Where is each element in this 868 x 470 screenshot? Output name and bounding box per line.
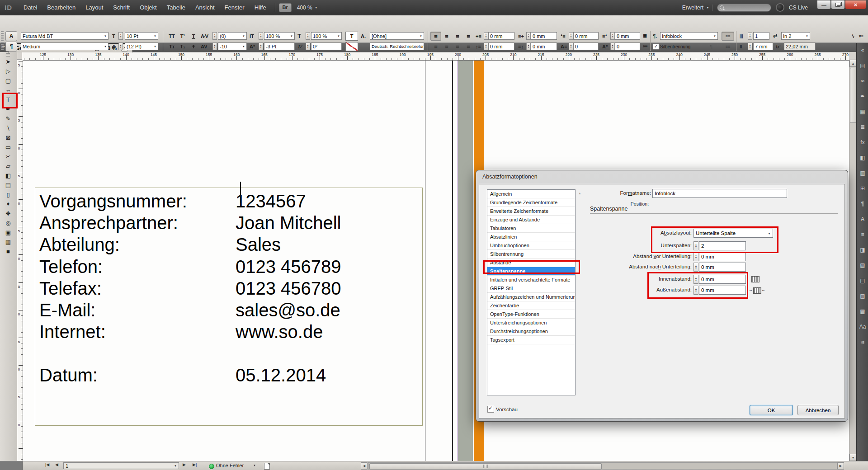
zoom-level-select[interactable]: 400 %▼ — [297, 5, 318, 11]
stepper-icon[interactable] — [306, 42, 310, 50]
bullet-list-icon[interactable]: ≣ — [643, 32, 647, 40]
span-select[interactable]: In 2 — [781, 32, 810, 40]
format-name-field[interactable]: Infoblock — [652, 189, 787, 198]
menu-item[interactable]: Hilfe — [250, 0, 271, 15]
justify-last-left-button[interactable]: ≡ — [430, 42, 441, 51]
stepper-icon[interactable] — [748, 42, 752, 50]
chevron-down-icon[interactable]: ▼ — [253, 464, 256, 467]
panel-icon[interactable]: ◧ — [857, 153, 868, 163]
tool-button[interactable]: ▦ — [0, 237, 16, 247]
menu-item[interactable]: Schrift — [108, 0, 135, 15]
tool-button[interactable]: ◎ — [0, 218, 16, 228]
dropcap-chars-field[interactable]: 0 — [615, 42, 640, 50]
panel-icon[interactable]: ≋ — [857, 337, 868, 347]
panel-icon[interactable]: ▤ — [857, 61, 868, 70]
tool-button[interactable]: ⊠ — [0, 133, 16, 142]
panel-icon[interactable]: ⊞ — [857, 183, 868, 193]
scroll-right-icon[interactable]: ▶ — [837, 462, 844, 470]
panel-icon[interactable]: ≡ — [857, 230, 868, 240]
scroll-left-icon[interactable]: ◀ — [361, 462, 368, 470]
panel-icon[interactable]: ∞ — [857, 76, 868, 86]
bridge-button[interactable]: Br — [279, 3, 292, 12]
stepper-icon[interactable] — [259, 42, 263, 50]
panel-icon[interactable]: ▨ — [857, 291, 868, 301]
scroll-down-icon[interactable]: ▼ — [849, 454, 857, 461]
justify-last-right-button[interactable]: ≡ — [452, 42, 463, 51]
paragraph-style-select[interactable]: Infoblock — [660, 32, 718, 40]
tool-button[interactable]: ◧ — [0, 171, 16, 180]
all-caps-button[interactable]: TT — [166, 32, 177, 41]
preflight-status-label[interactable]: Ohne Fehler — [216, 463, 244, 468]
scrollbar-thumb[interactable] — [369, 463, 602, 470]
language-select[interactable]: Deutsch: Rechtschreibrefor — [370, 42, 424, 50]
dialog-section-item[interactable]: Unterstreichungsoptionen — [487, 319, 575, 327]
subscript-button[interactable]: T₁ — [177, 42, 188, 51]
dialog-section-item[interactable]: Grundlegende Zeichenformate — [487, 198, 575, 207]
character-style-select[interactable]: [Ohne] — [370, 32, 424, 40]
tool-button[interactable]: ✦ — [0, 199, 16, 209]
stepper-icon[interactable] — [484, 42, 488, 50]
horizontal-ruler[interactable]: 1251301351401451501551601651701751801851… — [22, 52, 849, 61]
panel-icon[interactable]: Aa — [857, 322, 868, 332]
stepper-icon[interactable] — [118, 32, 123, 40]
panel-grip[interactable] — [1, 31, 4, 51]
dialog-title[interactable]: Absatzformatoptionen — [476, 170, 848, 184]
dialog-section-item[interactable]: Durchstreichungsoptionen — [487, 327, 575, 336]
page-number-select[interactable]: 1 — [63, 462, 179, 469]
panel-icon[interactable]: fx — [857, 137, 868, 147]
previous-page-button[interactable]: ◀ — [55, 462, 58, 467]
tool-button[interactable]: ▯ — [0, 190, 16, 199]
preview-checkbox[interactable] — [487, 406, 494, 413]
stepper-icon[interactable] — [693, 252, 698, 261]
stepper-icon[interactable] — [748, 32, 752, 40]
paragraph-formatting-button[interactable]: ¶ — [5, 42, 17, 52]
stepper-icon[interactable] — [212, 32, 217, 40]
font-style-select[interactable]: Medium — [21, 42, 108, 50]
stepper-icon[interactable] — [569, 32, 573, 40]
tool-button[interactable]: ▤ — [0, 180, 16, 190]
stepper-icon[interactable] — [484, 32, 488, 40]
tool-button[interactable]: ➤ — [0, 57, 16, 66]
panel-icon[interactable]: ▦ — [857, 107, 868, 117]
dialog-section-item[interactable]: OpenType-Funktionen — [487, 310, 575, 319]
panel-icon[interactable]: « — [857, 45, 868, 55]
dialog-section-item[interactable]: Erweiterte Zeichenformate — [487, 207, 575, 216]
columns-field[interactable]: 1 — [753, 32, 769, 40]
baseline-shift-field[interactable]: -3 Pt — [264, 42, 295, 50]
right-indent-field[interactable]: 0 mm — [531, 32, 557, 40]
panel-icon[interactable]: ▩ — [857, 306, 868, 316]
strikethrough-button[interactable]: T — [188, 42, 199, 51]
left-indent-field[interactable]: 0 mm — [488, 32, 514, 40]
minimize-button[interactable]: — — [817, 0, 831, 9]
scroll-up-icon[interactable]: ▲ — [849, 60, 857, 67]
character-formatting-button[interactable]: A — [5, 31, 17, 41]
stepper-icon[interactable] — [693, 263, 698, 272]
search-input[interactable] — [717, 4, 771, 12]
dialog-section-item[interactable]: Aufzählungszeichen und Nummerierung — [487, 293, 575, 301]
stepper-icon[interactable] — [118, 42, 123, 50]
tool-button[interactable]: ■ — [0, 247, 16, 256]
dialog-section-item[interactable]: Zeichenfarbe — [487, 301, 575, 310]
skew-field[interactable]: 0° — [311, 42, 342, 50]
font-family-select[interactable]: Futura Md BT — [21, 32, 108, 40]
first-page-button[interactable]: |◀ — [45, 462, 49, 467]
align-right-button[interactable]: ≡ — [452, 32, 463, 41]
cancel-button[interactable]: Abbrechen — [797, 405, 839, 415]
leading-select[interactable]: (12 Pt) — [125, 42, 158, 50]
restore-button[interactable] — [831, 0, 845, 9]
tool-button[interactable]: ▣ — [0, 228, 16, 237]
first-line-indent-field[interactable]: 0 mm — [573, 32, 599, 40]
panel-icon[interactable]: ✒ — [857, 91, 868, 101]
next-page-button[interactable]: ▶ — [183, 462, 186, 467]
stepper-icon[interactable] — [610, 42, 615, 50]
tool-button[interactable]: ▷ — [0, 66, 16, 76]
justify-all-button[interactable]: ≡ — [463, 42, 474, 51]
dropcap-lines-field[interactable]: 0 — [573, 42, 599, 50]
panel-icon[interactable]: ≣ — [857, 122, 868, 132]
tool-button[interactable]: ▱ — [0, 161, 16, 171]
vertical-ruler[interactable]: 50505050505050 — [17, 60, 23, 461]
panel-icon[interactable]: A — [857, 214, 868, 224]
numbered-list-icon[interactable]: ≔ — [643, 42, 648, 50]
quick-apply-icon[interactable]: ϟ — [852, 32, 854, 40]
stepper-icon[interactable] — [212, 42, 217, 50]
